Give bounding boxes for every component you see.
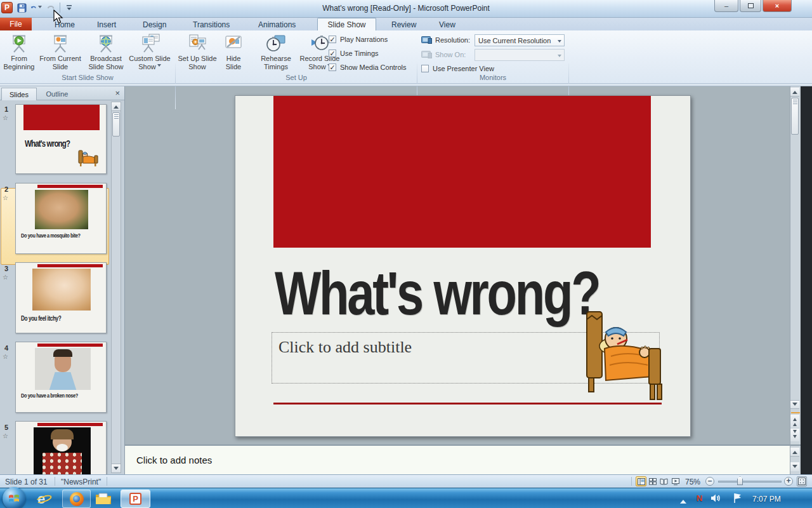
undo-dropdown-arrow[interactable]	[38, 6, 42, 10]
reading-view-button[interactable]	[658, 476, 669, 486]
scroll-up-button[interactable]	[790, 88, 799, 97]
restore-icon	[748, 3, 754, 8]
show-on-label: Show On:	[435, 51, 466, 58]
slide-red-banner[interactable]	[273, 96, 651, 248]
set-up-slide-show-label: Set Up Slide Show	[178, 55, 217, 70]
thumbnail-bed-clipart	[78, 149, 100, 167]
internet-explorer-icon[interactable]: e	[36, 491, 52, 507]
slide-5-thumbnail[interactable]	[15, 421, 107, 474]
thumbnail-photo-boy	[34, 427, 91, 474]
tab-animations[interactable]: Animations	[254, 19, 299, 30]
rehearse-timings-icon	[265, 32, 287, 55]
firefox-taskbar-button[interactable]	[62, 490, 91, 508]
thumbnail-red-rule	[37, 264, 103, 267]
tab-view[interactable]: View	[435, 19, 459, 30]
animation-star-icon: ☆	[3, 274, 8, 281]
scroll-down-button[interactable]	[112, 464, 121, 472]
close-pane-icon[interactable]: ×	[115, 88, 120, 98]
rehearse-timings-button[interactable]: Rehearse Timings	[256, 32, 296, 74]
slides-panel-scrollbar[interactable]	[111, 102, 121, 473]
slides-panel: Slides Outline × 1 ☆ What's wrong? 2 ☆	[0, 86, 125, 474]
tab-slides[interactable]: Slides	[1, 88, 37, 100]
slide-sorter-view-button[interactable]	[647, 476, 658, 486]
resolution-select[interactable]: Use Current Resolution	[475, 34, 565, 46]
scroll-up-button[interactable]	[790, 448, 799, 457]
animation-star-icon: ☆	[3, 432, 8, 439]
tab-outline[interactable]: Outline	[38, 88, 76, 100]
scroll-up-button[interactable]	[112, 102, 121, 111]
powerpoint-window: P What's wrong [Read-Only] - Microsoft P…	[0, 0, 812, 508]
notes-pane[interactable]: Click to add notes	[125, 444, 790, 474]
normal-view-button[interactable]	[636, 476, 646, 486]
customize-qat-button[interactable]	[63, 2, 75, 13]
volume-tray-icon[interactable]	[710, 493, 721, 505]
sick-person-bed-clipart[interactable]	[583, 309, 668, 403]
scroll-down-button[interactable]	[790, 462, 799, 471]
tab-review[interactable]: Review	[388, 19, 420, 30]
tab-slide-show[interactable]: Slide Show	[317, 18, 376, 30]
tab-design[interactable]: Design	[139, 19, 170, 30]
scroll-down-button[interactable]	[790, 400, 799, 409]
rehearse-timings-label: Rehearse Timings	[256, 55, 296, 70]
resolution-label: Resolution:	[435, 36, 470, 44]
show-on-dropdown-arrow	[558, 55, 561, 59]
slide-2-thumbnail[interactable]: Do you have a mosquito bite?	[15, 183, 107, 254]
slide-number: 5	[4, 424, 8, 431]
scrollbar-thumb[interactable]	[791, 98, 799, 135]
play-narrations-checkbox[interactable]: ✓ Play Narrations	[329, 35, 388, 44]
next-slide-button[interactable]	[790, 429, 799, 441]
tab-insert[interactable]: Insert	[93, 19, 120, 30]
notes-scrollbar[interactable]	[790, 444, 801, 474]
use-presenter-view-checkbox[interactable]: Use Presenter View	[421, 64, 494, 73]
slide-title[interactable]: What's wrong?	[275, 262, 599, 324]
windows-explorer-icon[interactable]	[95, 492, 112, 508]
close-button[interactable]: ×	[763, 0, 792, 12]
restore-button[interactable]	[740, 0, 761, 12]
from-beginning-button[interactable]: From Beginning	[1, 32, 37, 74]
slide-4-thumbnail[interactable]: Do you have a broken nose?	[15, 342, 107, 413]
broadcast-slide-show-button[interactable]: Broadcast Slide Show	[85, 32, 127, 74]
scrollbar-thumb[interactable]	[112, 112, 120, 137]
thumbnail-title: Do you feel itchy?	[21, 315, 99, 322]
zoom-slider-track[interactable]	[718, 481, 782, 483]
zoom-out-button[interactable]: –	[705, 477, 714, 486]
set-up-slide-show-button[interactable]: Set Up Slide Show	[178, 32, 217, 74]
powerpoint-app-icon[interactable]: P	[1, 2, 13, 13]
quick-access-toolbar: P	[1, 2, 75, 13]
use-presenter-view-label: Use Presenter View	[433, 65, 494, 72]
start-button[interactable]	[3, 487, 25, 508]
powerpoint-taskbar-button[interactable]: P	[121, 490, 150, 508]
slide-show-view-button[interactable]	[670, 476, 681, 486]
zoom-level[interactable]: 75%	[685, 478, 700, 486]
resolution-monitor-icon	[421, 36, 432, 47]
undo-button[interactable]	[30, 2, 42, 13]
zoom-slider-thumb[interactable]	[737, 476, 743, 485]
theme-name[interactable]: "NewsPrint"	[61, 478, 101, 486]
slide-3-thumbnail[interactable]: Do you feel itchy?	[15, 262, 107, 333]
show-media-controls-label: Show Media Controls	[340, 64, 407, 71]
nvidia-tray-icon[interactable]: N	[697, 493, 702, 503]
show-hidden-icons-button[interactable]	[680, 497, 686, 504]
custom-slide-show-button[interactable]: Custom Slide Show	[128, 32, 171, 74]
action-center-flag-icon[interactable]	[733, 493, 742, 506]
minimize-button[interactable]: –	[714, 0, 738, 12]
previous-slide-button[interactable]	[790, 415, 799, 427]
slide-1-thumbnail[interactable]: What's wrong?	[15, 104, 107, 174]
ribbon-slide-show: From Beginning From Current Slide Broadc…	[0, 30, 812, 84]
double-arrow-down-icon	[793, 435, 797, 440]
main-vertical-scrollbar[interactable]	[790, 86, 801, 444]
slide-number: 2	[4, 185, 8, 193]
save-button[interactable]	[16, 2, 27, 13]
tab-transitions[interactable]: Transitions	[189, 19, 233, 30]
tab-file[interactable]: File	[0, 18, 32, 30]
photo-tissue	[56, 444, 68, 451]
hide-slide-button[interactable]: Hide Slide	[218, 32, 249, 74]
fit-slide-to-window-button[interactable]	[797, 476, 807, 486]
animation-star-icon: ☆	[3, 353, 8, 360]
show-media-controls-checkbox[interactable]: ✓ Show Media Controls	[329, 63, 407, 72]
from-current-slide-button[interactable]: From Current Slide	[38, 32, 82, 74]
slide-canvas[interactable]: What's wrong? Click to add subtitle	[235, 95, 691, 437]
use-timings-checkbox[interactable]: ✓ Use Timings	[329, 49, 379, 58]
zoom-in-button[interactable]: +	[784, 477, 793, 486]
clock[interactable]: 7:07 PM	[752, 495, 781, 504]
